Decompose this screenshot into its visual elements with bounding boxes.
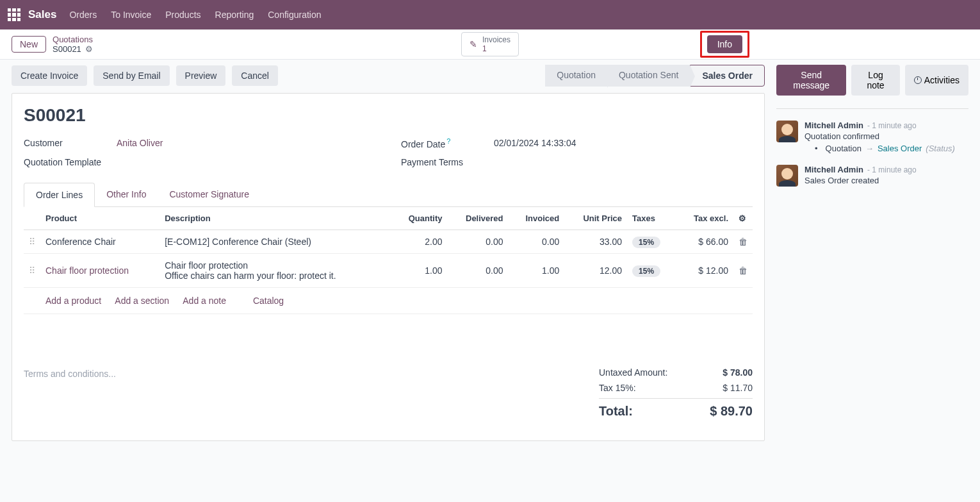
status-quotation[interactable]: Quotation: [545, 65, 607, 87]
table-row[interactable]: ⠿ Conference Chair [E-COM12] Conference …: [24, 230, 753, 253]
info-highlight: Info: [700, 31, 749, 58]
col-delivered: Delivered: [447, 207, 508, 230]
col-invoiced: Invoiced: [509, 207, 565, 230]
line-product[interactable]: Conference Chair: [45, 237, 116, 247]
order-date-label: Order Date?: [401, 137, 494, 149]
avatar: [776, 165, 798, 187]
line-description[interactable]: Chair floor protectionOffice chairs can …: [159, 253, 391, 287]
help-icon[interactable]: ?: [446, 137, 450, 145]
top-nav: Sales Orders To Invoice Products Reporti…: [0, 0, 980, 29]
col-taxes: Taxes: [627, 207, 676, 230]
payment-terms-label: Payment Terms: [401, 157, 494, 167]
stat-label: Invoices: [482, 35, 510, 44]
order-date-value[interactable]: 02/01/2024 14:33:04: [494, 138, 576, 148]
edit-icon: ✎: [470, 39, 477, 49]
send-message-button[interactable]: Send message: [776, 65, 846, 96]
msg-author[interactable]: Mitchell Admin: [804, 121, 863, 130]
tab-other-info[interactable]: Other Info: [95, 183, 158, 206]
col-tax-excl: Tax excl.: [676, 207, 733, 230]
new-button[interactable]: New: [12, 36, 46, 53]
nav-configuration[interactable]: Configuration: [268, 10, 321, 20]
quotation-template-label: Quotation Template: [24, 157, 117, 167]
order-lines-table: Product Description Quantity Delivered I…: [24, 207, 753, 340]
untaxed-value: $ 78.00: [723, 367, 753, 378]
catalog-link[interactable]: Catalog: [253, 296, 284, 306]
action-buttons-row: Create Invoice Send by Email Preview Can…: [12, 65, 765, 87]
line-qty[interactable]: 2.00: [391, 230, 448, 253]
nav-products[interactable]: Products: [165, 10, 200, 20]
trash-icon[interactable]: 🗑: [739, 265, 747, 276]
msg-text: Sales Order created: [804, 176, 968, 185]
line-invoiced[interactable]: 0.00: [509, 230, 565, 253]
total-value: $ 89.70: [710, 404, 753, 419]
tax-label: Tax 15%:: [599, 383, 636, 393]
status-sales-order[interactable]: Sales Order: [690, 65, 765, 87]
record-title: S00021: [24, 105, 753, 126]
msg-time: - 1 minute ago: [867, 165, 917, 174]
invoices-stat-button[interactable]: ✎ Invoices 1: [461, 32, 519, 57]
add-product-link[interactable]: Add a product: [45, 296, 101, 306]
col-description: Description: [159, 207, 391, 230]
total-label: Total:: [599, 404, 633, 419]
add-section-link[interactable]: Add a section: [115, 296, 169, 306]
breadcrumb-record: S00021: [53, 44, 81, 54]
nav-orders[interactable]: Orders: [69, 10, 97, 20]
gear-icon[interactable]: ⚙: [85, 44, 93, 54]
nav-to-invoice[interactable]: To Invoice: [111, 10, 151, 20]
line-delivered[interactable]: 0.00: [447, 230, 508, 253]
send-email-button[interactable]: Send by Email: [94, 65, 169, 86]
line-invoiced[interactable]: 1.00: [509, 253, 565, 287]
totals: Untaxed Amount:$ 78.00 Tax 15%:$ 11.70 T…: [599, 365, 753, 421]
apps-icon[interactable]: [8, 8, 20, 21]
col-quantity: Quantity: [391, 207, 448, 230]
line-qty[interactable]: 1.00: [391, 253, 448, 287]
stat-value: 1: [482, 44, 510, 53]
info-button[interactable]: Info: [707, 35, 742, 53]
chat-message: Mitchell Admin- 1 minute ago Quotation c…: [776, 121, 968, 153]
log-note-button[interactable]: Log note: [851, 65, 899, 96]
chatter: Send message Log note Activities Mitchel…: [776, 65, 968, 198]
breadcrumb: Quotations S00021 ⚙: [53, 35, 93, 54]
line-unit-price[interactable]: 12.00: [564, 253, 627, 287]
customer-value[interactable]: Anita Oliver: [117, 138, 163, 148]
col-product: Product: [40, 207, 159, 230]
msg-text: Quotation confirmed: [804, 131, 968, 141]
line-subtotal: $ 66.00: [676, 230, 733, 253]
tab-order-lines[interactable]: Order Lines: [24, 183, 95, 207]
line-unit-price[interactable]: 33.00: [564, 230, 627, 253]
subheader: New Quotations S00021 ⚙ ✎ Invoices 1 Inf…: [0, 29, 980, 60]
create-invoice-button[interactable]: Create Invoice: [12, 65, 87, 86]
msg-author[interactable]: Mitchell Admin: [804, 165, 863, 174]
add-note-link[interactable]: Add a note: [183, 296, 226, 306]
tab-customer-signature[interactable]: Customer Signature: [158, 183, 261, 206]
line-product[interactable]: Chair floor protection: [45, 265, 129, 276]
avatar: [776, 121, 798, 142]
status-quotation-sent[interactable]: Quotation Sent: [607, 65, 690, 87]
line-subtotal: $ 12.00: [676, 253, 733, 287]
nav-reporting[interactable]: Reporting: [215, 10, 254, 20]
settings-icon[interactable]: ⚙: [739, 213, 746, 223]
app-brand[interactable]: Sales: [28, 8, 56, 21]
trash-icon[interactable]: 🗑: [739, 237, 747, 247]
status-bar: Quotation Quotation Sent Sales Order: [545, 65, 765, 87]
breadcrumb-parent[interactable]: Quotations: [53, 35, 93, 44]
drag-handle-icon[interactable]: ⠿: [24, 230, 40, 253]
line-delivered[interactable]: 0.00: [447, 253, 508, 287]
form-sheet: S00021 Customer Anita Oliver Order Date?…: [12, 93, 765, 441]
sales-order-link[interactable]: Sales Order: [878, 144, 922, 153]
cancel-button[interactable]: Cancel: [232, 65, 278, 86]
col-unit-price: Unit Price: [564, 207, 627, 230]
customer-label: Customer: [24, 138, 117, 148]
table-row[interactable]: ⠿ Chair floor protection Chair floor pro…: [24, 253, 753, 287]
tax-value: $ 11.70: [723, 383, 753, 393]
line-tax[interactable]: 15%: [627, 253, 676, 287]
terms-input[interactable]: Terms and conditions...: [24, 365, 586, 421]
preview-button[interactable]: Preview: [176, 65, 226, 86]
activities-button[interactable]: Activities: [905, 65, 968, 96]
untaxed-label: Untaxed Amount:: [599, 367, 667, 378]
line-tax[interactable]: 15%: [627, 230, 676, 253]
drag-handle-icon[interactable]: ⠿: [24, 253, 40, 287]
tabs: Order Lines Other Info Customer Signatur…: [24, 183, 753, 207]
chat-message: Mitchell Admin- 1 minute ago Sales Order…: [776, 165, 968, 187]
line-description[interactable]: [E-COM12] Conference Chair (Steel): [159, 230, 391, 253]
